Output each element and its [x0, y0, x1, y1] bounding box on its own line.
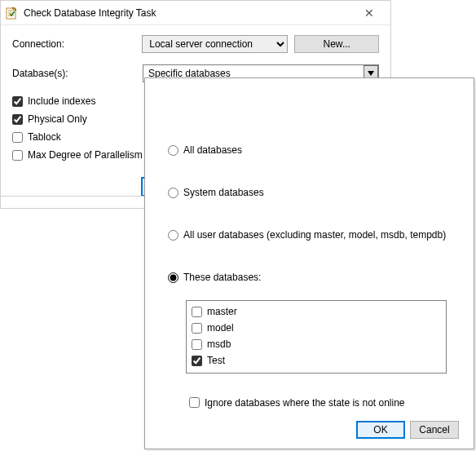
titlebar: Check Database Integrity Task ✕: [1, 1, 390, 25]
include-indexes-label: Include indexes: [28, 94, 95, 108]
tablock-label: Tablock: [28, 130, 61, 144]
db-checkbox-model[interactable]: [192, 323, 202, 334]
ignore-offline-checkbox[interactable]: [189, 397, 200, 408]
these-databases-option[interactable]: These databases:: [168, 271, 459, 284]
db-name: master: [207, 304, 237, 319]
task-icon: [6, 7, 19, 20]
popup-cancel-button[interactable]: Cancel: [410, 421, 459, 439]
window-title: Check Database Integrity Task: [24, 7, 353, 19]
list-item[interactable]: Test: [192, 353, 441, 368]
these-databases-label: These databases:: [183, 271, 261, 284]
connection-row: Connection: Local server connection New.…: [12, 35, 379, 53]
database-listbox[interactable]: master model msdb Test: [186, 300, 447, 374]
close-button[interactable]: ✕: [353, 1, 386, 25]
all-user-databases-label: All user databases (excluding master, mo…: [183, 228, 446, 241]
all-databases-option[interactable]: All databases: [168, 144, 459, 157]
ignore-offline-option[interactable]: Ignore databases where the state is not …: [186, 395, 459, 410]
db-name: model: [207, 321, 234, 335]
all-databases-radio[interactable]: [168, 145, 178, 156]
db-checkbox-master[interactable]: [192, 307, 202, 317]
list-item[interactable]: msdb: [192, 337, 441, 352]
database-picker-popup: All databases System databases All user …: [144, 77, 474, 449]
ignore-offline-label: Ignore databases where the state is not …: [205, 397, 405, 409]
list-item[interactable]: master: [192, 304, 441, 319]
db-checkbox-test[interactable]: [192, 356, 202, 366]
max-dop-checkbox[interactable]: [12, 150, 23, 161]
db-checkbox-msdb[interactable]: [192, 339, 202, 350]
new-connection-button[interactable]: New...: [294, 35, 379, 53]
all-user-databases-radio[interactable]: [168, 230, 178, 241]
connection-select[interactable]: Local server connection: [142, 35, 288, 53]
db-name: Test: [207, 353, 225, 368]
system-databases-label: System databases: [183, 186, 264, 199]
connection-label: Connection:: [12, 38, 142, 50]
max-dop-label: Max Degree of Parallelism: [28, 148, 143, 162]
all-databases-label: All databases: [183, 144, 242, 157]
list-item[interactable]: model: [192, 321, 441, 335]
physical-only-label: Physical Only: [28, 112, 87, 126]
databases-label: Database(s):: [12, 68, 143, 79]
db-name: msdb: [207, 337, 231, 352]
all-user-databases-option[interactable]: All user databases (excluding master, mo…: [168, 228, 459, 241]
these-databases-radio[interactable]: [168, 272, 178, 283]
system-databases-option[interactable]: System databases: [168, 186, 459, 199]
popup-button-bar: OK Cancel: [168, 421, 459, 439]
system-databases-radio[interactable]: [168, 188, 178, 198]
popup-ok-button[interactable]: OK: [356, 421, 405, 439]
tablock-checkbox[interactable]: [12, 132, 23, 143]
include-indexes-checkbox[interactable]: [12, 96, 23, 107]
physical-only-checkbox[interactable]: [12, 114, 23, 125]
